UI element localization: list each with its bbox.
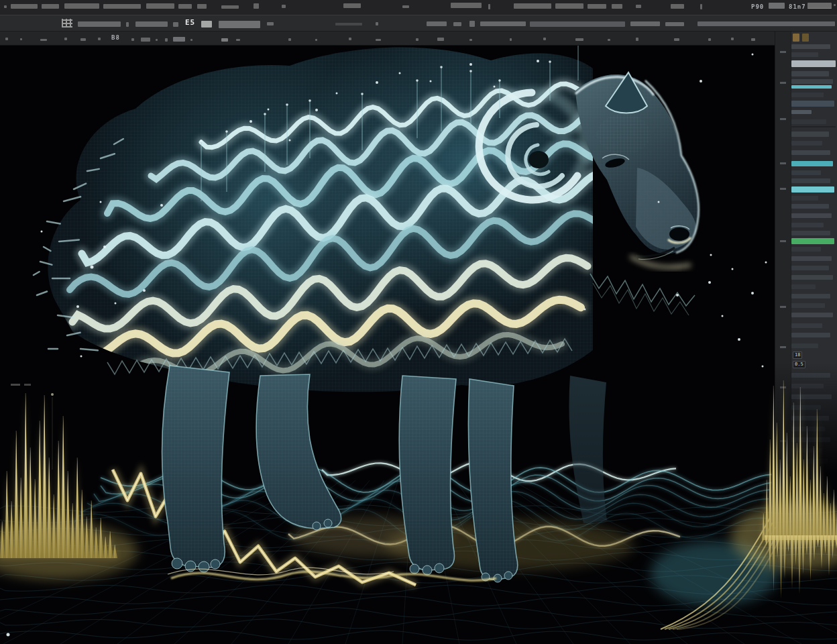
toolbar-item[interactable] xyxy=(78,21,121,27)
toolbar-item[interactable] xyxy=(40,39,47,41)
artwork-canvas xyxy=(0,0,837,644)
toolbar-row-3: B8 xyxy=(0,32,775,46)
toolbar-item[interactable] xyxy=(4,5,7,8)
toolbar-item[interactable] xyxy=(575,38,583,41)
toolbar-item[interactable] xyxy=(201,21,212,28)
toolbar-token-b8[interactable]: B8 xyxy=(111,34,120,41)
toolbar-item[interactable] xyxy=(80,38,86,41)
toolbar-item[interactable] xyxy=(64,38,67,40)
toolbar-item[interactable] xyxy=(612,4,622,9)
toolbar-item[interactable] xyxy=(376,22,378,25)
toolbar-item[interactable] xyxy=(807,3,832,9)
toolbar-item[interactable] xyxy=(165,38,168,42)
toolbar-item[interactable] xyxy=(698,21,835,26)
toolbar-item[interactable] xyxy=(416,38,418,41)
toolbar-item[interactable] xyxy=(98,38,101,40)
toolbar-item[interactable] xyxy=(64,3,99,9)
toolbar-item[interactable] xyxy=(20,38,22,40)
toolbar-item[interactable] xyxy=(343,3,361,8)
toolbar-item[interactable] xyxy=(254,3,259,9)
toolbar-item[interactable] xyxy=(555,3,583,9)
toolbar-row-1: P90 81n7 xyxy=(0,0,837,15)
toolbar-item[interactable] xyxy=(221,5,239,9)
toolbar-item[interactable] xyxy=(427,21,447,26)
leg-front-left xyxy=(399,376,456,575)
toolbar-item[interactable] xyxy=(636,5,641,8)
toolbar-item[interactable] xyxy=(219,21,260,28)
toolbar-item[interactable] xyxy=(335,23,362,25)
toolbar-item[interactable] xyxy=(221,38,228,42)
toolbar-item[interactable] xyxy=(126,22,129,27)
toolbar-item[interactable] xyxy=(480,21,526,26)
toolbar-item[interactable] xyxy=(488,4,490,9)
canvas-annotation xyxy=(11,384,20,386)
toolbar-item[interactable] xyxy=(173,22,178,27)
toolbar-token-p90[interactable]: P90 xyxy=(751,3,764,10)
toolbar-item[interactable] xyxy=(751,38,755,41)
toolbar-item[interactable] xyxy=(156,39,158,41)
creature-nose xyxy=(669,227,689,241)
toolbar-item[interactable] xyxy=(530,21,625,27)
toolbar-item[interactable] xyxy=(11,4,38,9)
toolbar-item[interactable] xyxy=(451,3,482,8)
toolbar-token-81n7[interactable]: 81n7 xyxy=(789,3,806,10)
toolbar-item[interactable] xyxy=(267,22,274,25)
app-window: P90 81n7 E5 B8 180.5 xyxy=(0,0,837,644)
toolbar-item[interactable] xyxy=(402,5,409,8)
toolbar-item[interactable] xyxy=(700,4,702,9)
toolbar-item[interactable] xyxy=(665,22,684,26)
toolbar-item[interactable] xyxy=(5,38,8,40)
toolbar-item[interactable] xyxy=(769,3,785,9)
toolbar-item[interactable] xyxy=(708,38,711,41)
toolbar-item[interactable] xyxy=(282,5,286,8)
toolbar-item[interactable] xyxy=(173,37,185,42)
toolbar-item[interactable] xyxy=(288,38,291,41)
toolbar-item[interactable] xyxy=(469,39,472,41)
toolbar-item[interactable] xyxy=(731,38,734,40)
toolbar-item[interactable] xyxy=(141,38,150,42)
toolbar-item[interactable] xyxy=(543,38,546,40)
toolbar-item[interactable] xyxy=(608,39,610,41)
toolbar-item[interactable] xyxy=(437,38,444,41)
toolbar-item[interactable] xyxy=(671,4,684,9)
toolbar-item[interactable] xyxy=(588,4,606,9)
toolbar-item[interactable] xyxy=(315,39,317,41)
toolbar-item[interactable] xyxy=(376,39,381,41)
toolbar-item[interactable] xyxy=(834,4,836,6)
toolbar-row-2: E5 xyxy=(0,15,837,32)
toolbar-item[interactable] xyxy=(131,38,134,41)
toolbar-item[interactable] xyxy=(510,38,512,41)
grid-icon[interactable] xyxy=(62,19,72,28)
toolbar-item[interactable] xyxy=(146,3,174,9)
leg-back-left xyxy=(162,366,229,572)
toolbar-item[interactable] xyxy=(42,4,59,9)
toolbar-logo[interactable]: E5 xyxy=(185,18,195,27)
toolbar-item[interactable] xyxy=(514,3,551,9)
toolbar-item[interactable] xyxy=(197,4,207,9)
toolbar-item[interactable] xyxy=(236,39,240,41)
toolbar-item[interactable] xyxy=(674,38,679,41)
toolbar-item[interactable] xyxy=(469,21,475,27)
toolbar-item[interactable] xyxy=(349,38,351,40)
toolbar-item[interactable] xyxy=(636,38,638,41)
toolbar-item[interactable] xyxy=(190,39,192,41)
toolbar-item[interactable] xyxy=(135,21,168,27)
toolbar-item[interactable] xyxy=(103,4,141,9)
toolbar-item[interactable] xyxy=(630,21,660,26)
toolbar-item[interactable] xyxy=(178,4,192,9)
toolbar-item[interactable] xyxy=(453,22,461,26)
